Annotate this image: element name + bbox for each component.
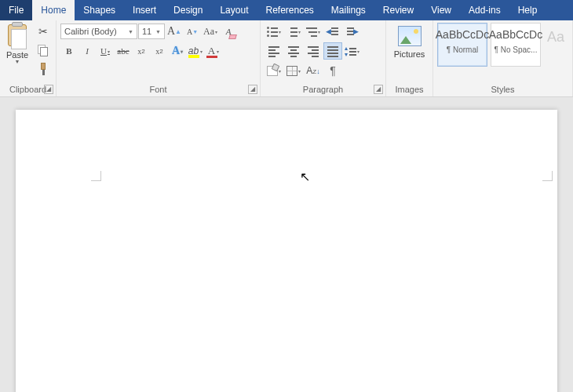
chevron-down-icon: ▼ xyxy=(128,29,133,34)
bullets-icon xyxy=(267,27,278,36)
line-spacing-button[interactable]: ▴▾▾ xyxy=(343,42,362,60)
paragraph-dialog-launcher[interactable]: ◢ xyxy=(374,85,383,94)
style-name: ¶ No Spac... xyxy=(495,45,538,54)
align-center-icon xyxy=(288,46,299,56)
tab-mailings[interactable]: Mailings xyxy=(323,0,374,20)
clear-formatting-button[interactable]: A xyxy=(220,23,237,40)
tab-addins[interactable]: Add-ins xyxy=(460,0,509,20)
tab-shapes[interactable]: Shapes xyxy=(75,0,124,20)
numbering-button[interactable]: ▾ xyxy=(284,23,303,40)
group-styles: AaBbCcDc ¶ Normal AaBbCcDc ¶ No Spac... … xyxy=(433,20,573,96)
paintbrush-icon xyxy=(38,63,49,75)
multilevel-list-button[interactable]: ▾ xyxy=(304,23,323,40)
increase-indent-button[interactable]: ▶ xyxy=(343,23,362,40)
increase-indent-icon: ▶ xyxy=(347,27,358,36)
underline-button[interactable]: U▾ xyxy=(97,42,114,60)
change-case-button[interactable]: Aa▾ xyxy=(202,23,219,40)
pictures-label: Pictures xyxy=(394,49,425,59)
style-preview: AaBbCcDc xyxy=(489,28,542,41)
tab-design[interactable]: Design xyxy=(165,0,211,20)
cut-button[interactable]: ✂ xyxy=(35,23,52,40)
align-left-button[interactable] xyxy=(265,42,283,60)
sort-button[interactable]: AZ↓ xyxy=(304,62,323,79)
document-area[interactable]: ↖ xyxy=(0,97,573,392)
tab-file[interactable]: File xyxy=(0,0,32,20)
tab-review[interactable]: Review xyxy=(374,0,422,20)
tab-layout[interactable]: Layout xyxy=(211,0,257,20)
subscript-button[interactable]: x2 xyxy=(133,42,150,60)
tab-home[interactable]: Home xyxy=(32,0,75,20)
font-size-value: 11 xyxy=(142,27,151,36)
group-clipboard: Paste ▼ ✂ Clipboard ◢ xyxy=(0,20,57,96)
numbering-icon xyxy=(286,27,297,36)
superscript-button[interactable]: x2 xyxy=(151,42,168,60)
style-name: ¶ Normal xyxy=(447,45,478,54)
copy-button[interactable] xyxy=(35,42,52,59)
bullets-button[interactable]: ▾ xyxy=(265,23,283,40)
show-hide-button[interactable]: ¶ xyxy=(323,62,342,79)
eraser-icon xyxy=(228,34,237,39)
tab-help[interactable]: Help xyxy=(509,0,546,20)
font-dialog-launcher[interactable]: ◢ xyxy=(248,85,257,94)
pictures-button[interactable]: Pictures xyxy=(390,23,429,59)
multilevel-icon xyxy=(306,27,317,36)
highlight-color-button[interactable]: ab▾ xyxy=(187,42,204,60)
style-heading-partial[interactable]: Aa xyxy=(544,23,566,45)
justify-icon xyxy=(327,46,338,56)
text-effects-button[interactable]: A▾ xyxy=(169,42,186,60)
group-paragraph: ▾ ▾ ▾ xyxy=(261,20,386,96)
chevron-down-icon: ▼ xyxy=(155,29,161,34)
decrease-indent-icon: ◀ xyxy=(327,27,338,36)
scissors-icon: ✂ xyxy=(38,25,48,38)
bold-button[interactable]: B xyxy=(60,42,78,60)
borders-button[interactable]: ▾ xyxy=(284,62,303,79)
tab-references[interactable]: References xyxy=(257,0,322,20)
align-right-icon xyxy=(308,46,319,56)
group-label-styles: Styles xyxy=(437,84,568,96)
strikethrough-button[interactable]: abc xyxy=(115,42,132,60)
sort-icon: AZ↓ xyxy=(306,65,319,76)
paste-icon xyxy=(6,24,28,49)
group-font: Calibri (Body)▼ 11▼ A▲ A▼ Aa▾ A B I U▾ a… xyxy=(57,20,261,96)
margin-corner-icon xyxy=(91,171,101,181)
chevron-down-icon: ▼ xyxy=(15,60,20,64)
font-color-button[interactable]: A▾ xyxy=(205,42,222,60)
style-preview: AaBbCcDc xyxy=(436,28,489,41)
borders-icon xyxy=(286,66,297,76)
margin-corner-icon xyxy=(542,171,553,181)
italic-button[interactable]: I xyxy=(78,42,96,60)
align-center-button[interactable] xyxy=(284,42,303,60)
style-normal[interactable]: AaBbCcDc ¶ Normal xyxy=(437,23,487,67)
document-page[interactable] xyxy=(16,110,557,392)
group-images: Pictures Images xyxy=(386,20,433,96)
shrink-font-button[interactable]: A▼ xyxy=(184,23,201,40)
shading-icon xyxy=(267,66,278,76)
justify-button[interactable] xyxy=(323,42,342,60)
tab-view[interactable]: View xyxy=(422,0,460,20)
font-name-value: Calibri (Body) xyxy=(64,27,117,36)
style-no-spacing[interactable]: AaBbCcDc ¶ No Spac... xyxy=(491,23,541,67)
copy-icon xyxy=(38,45,49,56)
grow-font-button[interactable]: A▲ xyxy=(166,23,183,40)
tab-insert[interactable]: Insert xyxy=(124,0,165,20)
ribbon: Paste ▼ ✂ Clipboard ◢ Calibri (Body)▼ 11… xyxy=(0,20,573,97)
format-painter-button[interactable] xyxy=(35,60,52,78)
pilcrow-icon: ¶ xyxy=(330,64,336,77)
clipboard-dialog-launcher[interactable]: ◢ xyxy=(44,85,53,94)
paste-button[interactable]: Paste ▼ xyxy=(4,23,31,64)
pictures-icon xyxy=(398,26,422,46)
group-label-paragraph: Paragraph xyxy=(265,84,381,96)
shading-button[interactable]: ▾ xyxy=(265,62,283,79)
align-left-icon xyxy=(268,46,279,56)
align-right-button[interactable] xyxy=(304,42,323,60)
group-label-font: Font xyxy=(60,84,256,96)
group-label-images: Images xyxy=(390,84,429,96)
ribbon-tabstrip: File Home Shapes Insert Design Layout Re… xyxy=(0,0,573,20)
font-name-combo[interactable]: Calibri (Body)▼ xyxy=(60,24,137,39)
decrease-indent-button[interactable]: ◀ xyxy=(323,23,342,40)
font-size-combo[interactable]: 11▼ xyxy=(138,24,165,39)
style-gallery[interactable]: AaBbCcDc ¶ Normal AaBbCcDc ¶ No Spac... … xyxy=(437,23,566,67)
line-spacing-icon: ▴▾ xyxy=(345,46,356,56)
